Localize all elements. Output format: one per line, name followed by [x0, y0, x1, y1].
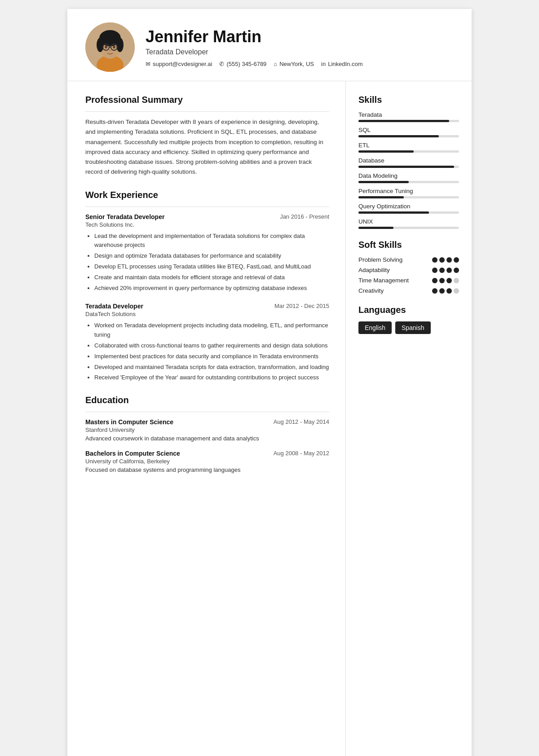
skill-dot: [446, 268, 452, 273]
skill-dot: [432, 278, 437, 283]
skill-dot: [454, 268, 459, 273]
skill-item: Query Optimization: [358, 203, 459, 214]
skill-bar-fill: [358, 227, 393, 229]
skill-dot: [454, 288, 459, 294]
full-name: Jennifer Martin: [146, 27, 454, 46]
svg-point-10: [105, 46, 107, 48]
skill-name: UNIX: [358, 218, 459, 225]
work-experience-title: Work Experience: [85, 190, 329, 200]
skill-bar-bg: [358, 181, 459, 183]
skill-bar-fill: [358, 120, 449, 122]
job-date: Jan 2016 - Present: [280, 213, 329, 220]
education-entry: Bachelors in Computer Science Aug 2008 -…: [85, 450, 329, 473]
skill-dot: [439, 257, 445, 263]
soft-skill-item: Problem Solving: [358, 256, 459, 263]
linkedin-icon: in: [321, 61, 326, 67]
skill-item: Database: [358, 157, 459, 168]
job-title-text: Senior Teradata Developer: [85, 213, 164, 220]
soft-skills-title: Soft Skills: [358, 240, 459, 250]
skill-item: ETL: [358, 142, 459, 153]
summary-divider: [85, 111, 329, 112]
job-bullets: Worked on Teradata development projects …: [85, 321, 329, 382]
skill-dot: [439, 268, 445, 273]
edu-date: Aug 2012 - May 2014: [274, 418, 329, 425]
languages-title: Languages: [358, 305, 459, 315]
job-bullet: Implemented best practices for data secu…: [94, 352, 329, 361]
soft-skills-section: Soft Skills Problem Solving Adaptability…: [358, 240, 459, 294]
skill-dots: [432, 257, 459, 263]
skill-item: Data Modeling: [358, 172, 459, 183]
soft-skill-name: Adaptability: [358, 267, 432, 273]
job-entry: Senior Teradata Developer Jan 2016 - Pre…: [85, 213, 329, 293]
soft-skill-name: Creativity: [358, 287, 432, 294]
soft-skill-item: Time Management: [358, 277, 459, 284]
resume-container: Jennifer Martin Teradata Developer ✉ sup…: [67, 9, 472, 756]
edu-degree: Bachelors in Computer Science: [85, 450, 180, 457]
soft-skill-item: Adaptability: [358, 267, 459, 273]
skill-dot: [454, 257, 459, 263]
skill-dot: [432, 257, 437, 263]
skills-title: Skills: [358, 95, 459, 105]
skill-dot: [439, 288, 445, 294]
skill-name: Performance Tuning: [358, 188, 459, 194]
location-icon: ⌂: [274, 61, 277, 67]
svg-point-12: [109, 49, 111, 51]
education-divider: [85, 412, 329, 412]
summary-title: Professional Summary: [85, 95, 329, 105]
language-badge: English: [358, 321, 392, 334]
edu-desc: Advanced coursework in database manageme…: [85, 435, 329, 442]
skill-dot: [439, 278, 445, 283]
skill-name: SQL: [358, 127, 459, 133]
skill-name: Teradata: [358, 111, 459, 118]
skill-dot: [446, 278, 452, 283]
skills-section: Skills Teradata SQL ETL Database Data Mo…: [358, 95, 459, 229]
header-info: Jennifer Martin Teradata Developer ✉ sup…: [146, 27, 454, 67]
skill-name: Database: [358, 157, 459, 164]
soft-skill-item: Creativity: [358, 287, 459, 294]
svg-point-6: [116, 38, 124, 52]
job-bullets: Lead the development and implementation …: [85, 232, 329, 293]
resume-header: Jennifer Martin Teradata Developer ✉ sup…: [67, 9, 472, 81]
skill-bar-bg: [358, 150, 459, 153]
skill-bar-fill: [358, 181, 409, 183]
edu-school: University of California, Berkeley: [85, 458, 329, 465]
skill-bar-fill: [358, 211, 429, 214]
job-title: Teradata Developer: [146, 48, 454, 56]
phone-icon: ✆: [219, 61, 224, 67]
email-value: support@cvdesigner.ai: [153, 61, 212, 67]
skill-item: Performance Tuning: [358, 188, 459, 198]
edu-school: Stanford University: [85, 426, 329, 433]
email-icon: ✉: [146, 61, 150, 67]
skill-bar-bg: [358, 211, 459, 214]
skill-name: Data Modeling: [358, 172, 459, 179]
skill-dot: [454, 278, 459, 283]
job-date: Mar 2012 - Dec 2015: [274, 303, 329, 309]
skill-item: Teradata: [358, 111, 459, 122]
skill-dot: [432, 288, 437, 294]
skill-bar-fill: [358, 166, 454, 168]
location-contact: ⌂ NewYork, US: [274, 61, 314, 67]
job-bullet: Collaborated with cross-functional teams…: [94, 341, 329, 351]
skill-dot: [446, 257, 452, 263]
work-experience-section: Work Experience Senior Teradata Develope…: [85, 190, 329, 383]
skill-bar-bg: [358, 166, 459, 168]
soft-skill-name: Problem Solving: [358, 256, 432, 263]
skill-bar-fill: [358, 135, 439, 137]
job-bullet: Developed and maintained Teradata script…: [94, 363, 329, 372]
skill-bar-bg: [358, 227, 459, 229]
main-column: Professional Summary Results-driven Tera…: [67, 81, 346, 756]
skill-dots: [432, 268, 459, 273]
skill-name: Query Optimization: [358, 203, 459, 210]
job-bullet: Create and maintain data models for effi…: [94, 273, 329, 282]
svg-point-5: [97, 38, 104, 52]
skill-bar-bg: [358, 120, 459, 122]
skill-dot: [432, 268, 437, 273]
job-bullet: Develop ETL processes using Teradata uti…: [94, 262, 329, 272]
education-title: Education: [85, 395, 329, 405]
skill-item: UNIX: [358, 218, 459, 229]
skill-bar-bg: [358, 135, 459, 137]
skill-bar-fill: [358, 196, 404, 198]
avatar: [85, 22, 135, 72]
edu-desc: Focused on database systems and programm…: [85, 466, 329, 473]
job-bullet: Lead the development and implementation …: [94, 232, 329, 251]
